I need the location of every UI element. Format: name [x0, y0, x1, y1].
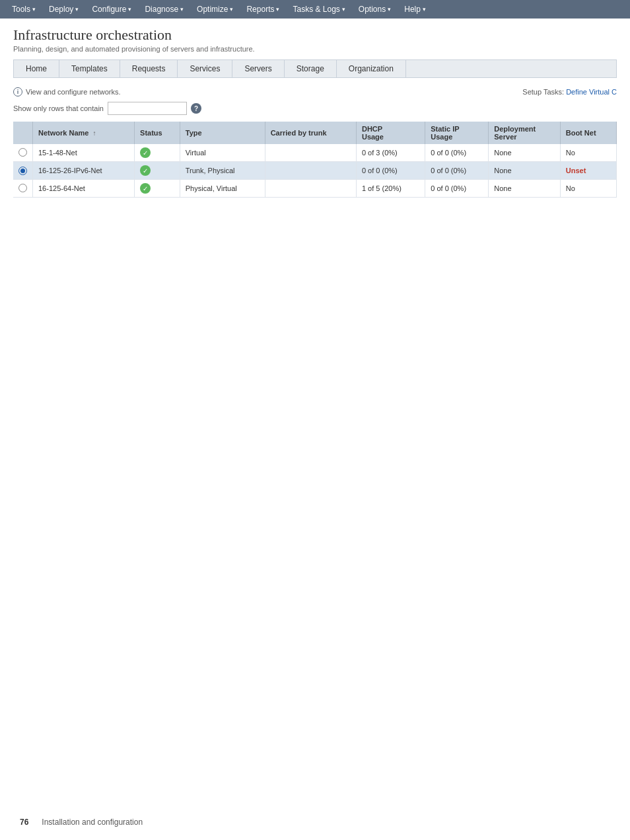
row3-status: ✓ [135, 180, 180, 198]
navbar-tools[interactable]: Tools ▾ [5, 0, 42, 19]
tab-home[interactable]: Home [14, 60, 59, 77]
col-status: Status [135, 122, 180, 144]
info-message: i View and configure networks. [13, 87, 121, 96]
page-footer: 76 Installation and configuration [0, 818, 630, 827]
row2-deployment: None [489, 162, 560, 180]
navbar-tasks-logs[interactable]: Tasks & Logs ▾ [286, 0, 351, 19]
network-table: Network Name ↑ Status Type Carried by tr… [13, 122, 617, 198]
row3-name[interactable]: 16-125-64-Net [33, 180, 135, 198]
tools-arrow-icon: ▾ [32, 6, 36, 13]
help-arrow-icon: ▾ [423, 6, 426, 13]
row2-carried [265, 162, 356, 180]
filter-label: Show only rows that contain [13, 104, 104, 112]
page-header: Infrastructure orchestration Planning, d… [13, 26, 617, 53]
options-arrow-icon: ▾ [388, 6, 391, 13]
navbar: Tools ▾ Deploy ▾ Configure ▾ Diagnose ▾ … [0, 0, 630, 19]
status-ok-icon: ✓ [140, 147, 151, 158]
row3-deployment: None [489, 180, 560, 198]
row2-dhcp: 0 of 0 (0%) [356, 162, 425, 180]
tab-bar: Home Templates Requests Services Servers… [13, 59, 617, 78]
col-deployment: DeploymentServer [489, 122, 560, 144]
tab-servers[interactable]: Servers [232, 60, 284, 77]
radio-row1[interactable] [18, 148, 27, 157]
info-bar: i View and configure networks. Setup Tas… [13, 87, 617, 96]
footer-text: Installation and configuration [42, 818, 143, 827]
row1-name[interactable]: 15-1-48-Net [33, 144, 135, 162]
col-static: Static IPUsage [425, 122, 489, 144]
row3-dhcp: 1 of 5 (20%) [356, 180, 425, 198]
navbar-help[interactable]: Help ▾ [398, 0, 433, 19]
row3-static: 0 of 0 (0%) [425, 180, 489, 198]
tab-organization[interactable]: Organization [337, 60, 406, 77]
col-select [13, 122, 33, 144]
row2-static: 0 of 0 (0%) [425, 162, 489, 180]
col-carried: Carried by trunk [265, 122, 356, 144]
unset-badge: Unset [566, 167, 586, 174]
sort-arrow-icon: ↑ [92, 130, 96, 137]
filter-input[interactable] [108, 102, 187, 115]
footer-page-number: 76 [20, 818, 28, 827]
row1-carried [265, 144, 356, 162]
status-ok-icon: ✓ [140, 165, 151, 176]
row1-dhcp: 0 of 3 (0%) [356, 144, 425, 162]
row1-static: 0 of 0 (0%) [425, 144, 489, 162]
col-dhcp: DHCPUsage [356, 122, 425, 144]
col-type: Type [180, 122, 265, 144]
row1-type: Virtual [180, 144, 265, 162]
row3-select[interactable] [13, 180, 33, 198]
optimize-arrow-icon: ▾ [230, 6, 233, 13]
setup-tasks: Setup Tasks: Define Virtual C [522, 88, 617, 96]
col-boot: Boot Net [560, 122, 616, 144]
row3-carried [265, 180, 356, 198]
filter-bar: Show only rows that contain ? [13, 102, 617, 115]
row2-boot: Unset [560, 162, 616, 180]
page-subtitle: Planning, design, and automated provisio… [13, 45, 617, 53]
row2-status: ✓ [135, 162, 180, 180]
table-row: 16-125-26-IPv6-Net ✓ Trunk, Physical 0 o… [13, 162, 617, 180]
col-network-name[interactable]: Network Name ↑ [33, 122, 135, 144]
navbar-reports[interactable]: Reports ▾ [240, 0, 286, 19]
row1-select[interactable] [13, 144, 33, 162]
row3-boot: No [560, 180, 616, 198]
row2-type: Trunk, Physical [180, 162, 265, 180]
radio-row3[interactable] [18, 184, 27, 192]
tab-requests[interactable]: Requests [120, 60, 178, 77]
row1-boot: No [560, 144, 616, 162]
navbar-options[interactable]: Options ▾ [352, 0, 398, 19]
row3-type: Physical, Virtual [180, 180, 265, 198]
tasks-logs-arrow-icon: ▾ [342, 6, 345, 13]
status-ok-icon: ✓ [140, 183, 151, 194]
row1-status: ✓ [135, 144, 180, 162]
row2-select[interactable] [13, 162, 33, 180]
tab-services[interactable]: Services [178, 60, 232, 77]
deploy-arrow-icon: ▾ [75, 6, 79, 13]
filter-help-icon[interactable]: ? [191, 103, 201, 114]
row1-deployment: None [489, 144, 560, 162]
main-content: Infrastructure orchestration Planning, d… [0, 19, 630, 206]
navbar-diagnose[interactable]: Diagnose ▾ [138, 0, 190, 19]
reports-arrow-icon: ▾ [276, 6, 279, 13]
info-circle-icon: i [13, 87, 22, 96]
radio-row2[interactable] [18, 167, 27, 175]
setup-link[interactable]: Define Virtual C [566, 88, 617, 96]
table-body: 15-1-48-Net ✓ Virtual 0 of 3 (0%) 0 of 0… [13, 144, 617, 198]
tab-storage[interactable]: Storage [285, 60, 337, 77]
row2-name[interactable]: 16-125-26-IPv6-Net [33, 162, 135, 180]
table-row: 16-125-64-Net ✓ Physical, Virtual 1 of 5… [13, 180, 617, 198]
navbar-optimize[interactable]: Optimize ▾ [190, 0, 240, 19]
navbar-deploy[interactable]: Deploy ▾ [42, 0, 85, 19]
table-header: Network Name ↑ Status Type Carried by tr… [13, 122, 617, 144]
page-title: Infrastructure orchestration [13, 26, 617, 44]
table-row: 15-1-48-Net ✓ Virtual 0 of 3 (0%) 0 of 0… [13, 144, 617, 162]
navbar-configure[interactable]: Configure ▾ [85, 0, 138, 19]
tab-templates[interactable]: Templates [59, 60, 120, 77]
diagnose-arrow-icon: ▾ [180, 6, 184, 13]
configure-arrow-icon: ▾ [128, 6, 131, 13]
